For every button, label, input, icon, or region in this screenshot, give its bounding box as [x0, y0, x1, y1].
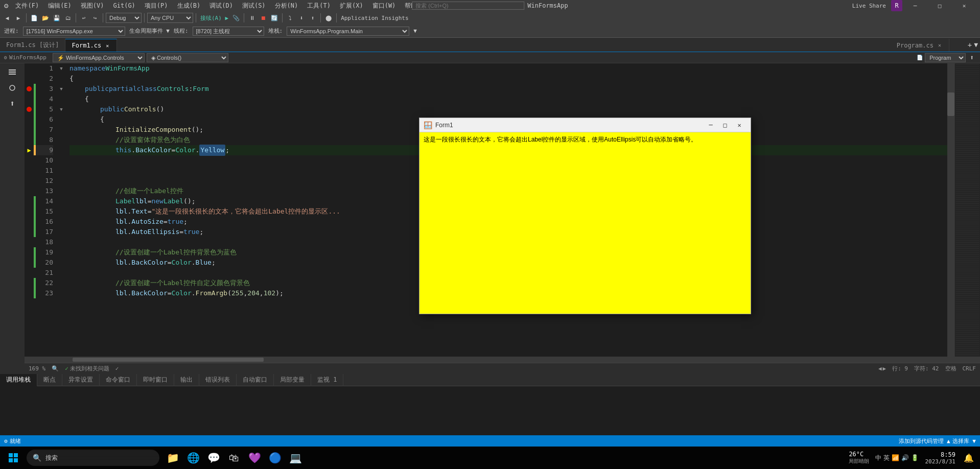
- solution-explorer-icon[interactable]: [3, 65, 21, 80]
- add-to-source-btn[interactable]: 添加到源代码管理 ▲: [899, 437, 950, 445]
- debug-tab-output[interactable]: 输出: [174, 374, 199, 386]
- debug-tab-immediate[interactable]: 即时窗口: [137, 374, 174, 386]
- check-icon[interactable]: ✓: [115, 365, 119, 372]
- menu-window[interactable]: 窗口(W): [368, 1, 400, 11]
- process-label: 进程:: [4, 27, 19, 35]
- step-over-btn[interactable]: ⤵: [285, 13, 295, 23]
- svg-point-3: [10, 85, 15, 90]
- new-tab-btn[interactable]: +: [968, 41, 972, 49]
- status-bar: ⚙ 就绪 添加到源代码管理 ▲ 选择库 ▼: [0, 435, 980, 447]
- debug-mode-select[interactable]: Debug: [106, 13, 142, 23]
- search-placeholder-text: 搜索: [45, 454, 58, 462]
- forward-btn[interactable]: ▶: [13, 13, 24, 23]
- tab-form1-design[interactable]: Form1.cs [设计]: [0, 39, 65, 52]
- new-file-btn[interactable]: 📄: [29, 13, 39, 23]
- expand-right-panel-btn[interactable]: ⬆: [968, 54, 976, 61]
- process-select[interactable]: [17516] WinFormsApp.exe: [23, 27, 125, 36]
- app-insights-btn[interactable]: Application Insights: [339, 13, 410, 23]
- menu-project[interactable]: 项目(P): [141, 1, 172, 11]
- taskbar-vscode-icon[interactable]: 🔵: [266, 449, 284, 467]
- zoom-icon: 🔍: [52, 365, 59, 372]
- tab-program-close[interactable]: ✕: [937, 42, 943, 49]
- stack-select[interactable]: WinFormsApp.Program.Main: [287, 27, 409, 36]
- menu-edit[interactable]: 编辑(E): [44, 1, 76, 11]
- right-code-file-icon: 📄: [917, 55, 923, 60]
- system-tray[interactable]: 中 英 📶 🔊 🔋: [875, 454, 919, 462]
- select-repo-btn[interactable]: 选择库 ▼: [952, 437, 976, 445]
- save-all-btn[interactable]: 🗂: [63, 13, 73, 23]
- menu-debug[interactable]: 调试(D): [205, 1, 237, 11]
- stop-btn[interactable]: ⏹: [258, 13, 268, 23]
- debug-tab-command[interactable]: 命令窗口: [100, 374, 137, 386]
- attach-btn[interactable]: 📎: [231, 13, 241, 23]
- cpu-select[interactable]: Any CPU: [147, 13, 193, 23]
- breakpoints-btn[interactable]: ⬤: [323, 13, 334, 23]
- svg-rect-4: [9, 453, 13, 457]
- restart-btn[interactable]: 🔄: [269, 13, 279, 23]
- run-btn[interactable]: 接续(A) ▶: [199, 13, 230, 23]
- search-input[interactable]: [412, 2, 524, 10]
- taskbar-vs-icon[interactable]: 💜: [245, 449, 264, 467]
- back-btn[interactable]: ◀: [2, 13, 12, 23]
- menu-git[interactable]: Git(G): [109, 1, 139, 10]
- weather-temp: 26°C: [849, 451, 864, 458]
- form1-maximize-btn[interactable]: □: [718, 120, 732, 130]
- stack-expand-btn[interactable]: ▼: [413, 28, 417, 34]
- step-out-btn[interactable]: ⬆: [308, 13, 318, 23]
- notification-btn[interactable]: 🔔: [962, 451, 976, 465]
- tab-program-cs[interactable]: Program.cs ✕: [891, 39, 949, 52]
- clock[interactable]: 8:59 2023/8/31: [923, 451, 958, 465]
- taskbar-browser-icon[interactable]: 🌐: [184, 449, 202, 467]
- start-button[interactable]: [4, 449, 22, 467]
- search-bar[interactable]: 🔍 搜索: [27, 450, 159, 466]
- debug-tab-watch[interactable]: 监视 1: [311, 374, 343, 386]
- code-line-1: namespace WinFormsApp: [69, 63, 947, 74]
- pause-btn[interactable]: ⏸: [247, 13, 257, 23]
- tab-close-icon[interactable]: ✕: [104, 42, 110, 49]
- step-into-btn[interactable]: ⬇: [296, 13, 307, 23]
- tray-eng: 英: [883, 454, 890, 462]
- lifecycle-btn[interactable]: 生命周期事件 ▼: [129, 27, 170, 35]
- maximize-btn[interactable]: □: [928, 0, 951, 11]
- close-btn[interactable]: ✕: [952, 0, 976, 11]
- save-indicator-icon[interactable]: ⬆: [3, 96, 21, 110]
- debug-tab-breakpoints[interactable]: 断点: [37, 374, 62, 386]
- thread-select[interactable]: [8720] 主线程: [193, 27, 264, 36]
- taskbar-folder-icon[interactable]: 📁: [164, 449, 182, 467]
- tab-overflow-btn[interactable]: ▼: [974, 41, 978, 49]
- taskbar-mail-icon[interactable]: 💬: [204, 449, 223, 467]
- weather-widget[interactable]: 26°C 局部晴朗: [847, 451, 871, 465]
- save-btn[interactable]: 💾: [52, 13, 62, 23]
- scroll-right-btn[interactable]: ▶: [883, 365, 886, 372]
- right-namespace-select[interactable]: Program: [925, 53, 966, 62]
- scroll-left-btn[interactable]: ◀: [878, 365, 882, 372]
- form1-minimize-btn[interactable]: ─: [704, 120, 718, 130]
- menu-analyze[interactable]: 分析(N): [271, 1, 302, 11]
- open-btn[interactable]: 📂: [40, 13, 51, 23]
- taskbar-store-icon[interactable]: 🛍: [225, 449, 243, 467]
- menu-build[interactable]: 生成(B): [173, 1, 205, 11]
- menu-tools[interactable]: 工具(T): [303, 1, 335, 11]
- namespace-select[interactable]: ⚡ WinFormsApp.Controls: [53, 53, 145, 62]
- menu-test[interactable]: 测试(S): [238, 1, 270, 11]
- taskbar-terminal-icon[interactable]: 💻: [286, 449, 305, 467]
- git-icon[interactable]: [3, 81, 21, 95]
- zoom-level[interactable]: 169 %: [29, 365, 45, 372]
- method-select[interactable]: ◈ Controls(): [147, 53, 228, 62]
- undo-btn[interactable]: ↩: [79, 13, 89, 23]
- debug-tab-auto[interactable]: 自动窗口: [237, 374, 274, 386]
- live-share-btn[interactable]: Live Share: [848, 3, 890, 9]
- menu-file[interactable]: 文件(F): [11, 1, 43, 11]
- redo-btn[interactable]: ↪: [90, 13, 100, 23]
- debug-tab-locals[interactable]: 局部变量: [274, 374, 311, 386]
- debug-tab-errors[interactable]: 错误列表: [199, 374, 237, 386]
- debug-tab-callstack[interactable]: 调用堆栈: [0, 374, 37, 386]
- tab-form1-active[interactable]: Form1.cs ✕: [65, 39, 117, 52]
- weather-desc: 局部晴朗: [849, 458, 869, 465]
- menu-view[interactable]: 视图(V): [77, 1, 108, 11]
- debug-tab-exceptions[interactable]: 异常设置: [62, 374, 100, 386]
- form1-close-btn[interactable]: ✕: [732, 120, 746, 130]
- error-status: ✓ 未找到相关问题: [65, 365, 109, 372]
- minimize-btn[interactable]: ─: [903, 0, 927, 11]
- menu-extensions[interactable]: 扩展(X): [336, 1, 367, 11]
